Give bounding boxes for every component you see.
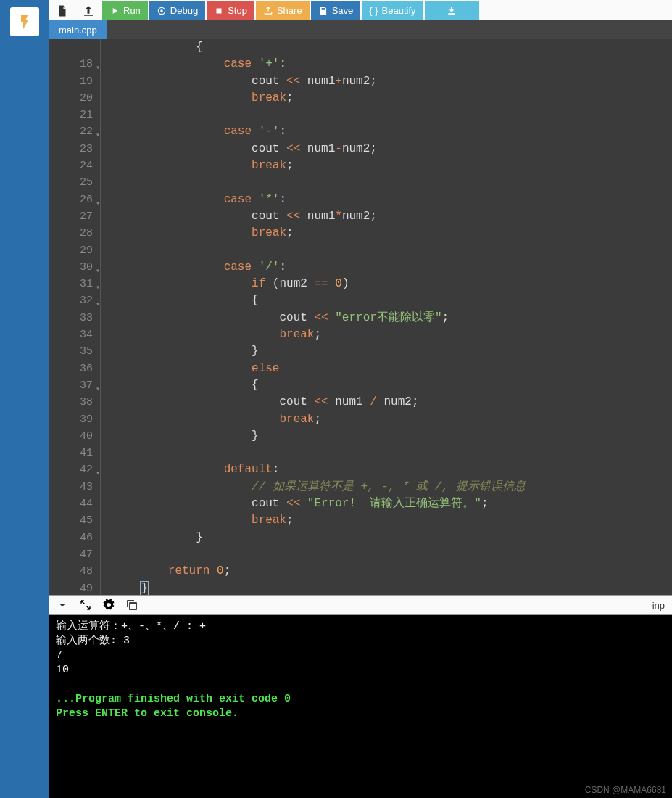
code-line[interactable]: return 0;	[112, 563, 672, 580]
line-number: 18▾	[49, 56, 93, 73]
fold-icon[interactable]: ▾	[96, 127, 100, 144]
line-number: 31▾	[49, 276, 93, 292]
run-button[interactable]: Run	[102, 1, 148, 20]
code-editor[interactable]: 18▾19202122▾23242526▾27282930▾31▾32▾3334…	[49, 39, 672, 595]
debug-label: Debug	[170, 5, 198, 16]
line-number: 19	[49, 73, 93, 90]
console-line: 10	[56, 663, 665, 678]
save-label: Save	[332, 5, 354, 16]
svg-rect-3	[130, 603, 136, 609]
console-right-label: inp	[652, 600, 665, 611]
code-line[interactable]: case '-':	[112, 123, 672, 140]
code-line[interactable]: }	[112, 580, 672, 596]
fold-icon[interactable]: ▾	[96, 296, 100, 313]
new-file-button[interactable]	[50, 1, 75, 20]
fold-icon[interactable]: ▾	[96, 279, 100, 296]
code-line[interactable]: break;	[112, 90, 672, 107]
share-label: Share	[277, 5, 302, 16]
code-area[interactable]: { case '+': cout << num1+num2; break; ca…	[101, 39, 672, 595]
code-line[interactable]	[112, 107, 672, 123]
save-button[interactable]: Save	[311, 1, 361, 20]
copy-icon[interactable]	[125, 598, 138, 612]
code-line[interactable]: case '/':	[112, 259, 672, 276]
fold-icon[interactable]: ▾	[96, 381, 100, 398]
code-line[interactable]: cout << "Error! 请输入正确运算符。";	[112, 495, 672, 512]
line-number: 36	[49, 361, 93, 377]
code-line[interactable]: {	[112, 39, 672, 56]
line-number: 43	[49, 479, 93, 495]
chevron-down-icon[interactable]	[56, 598, 69, 612]
upload-button[interactable]	[76, 1, 101, 20]
stop-label: Stop	[228, 5, 247, 16]
code-line[interactable]	[112, 242, 672, 259]
stop-button[interactable]: Stop	[207, 1, 254, 20]
code-line[interactable]: cout << num1 / num2;	[112, 394, 672, 411]
line-gutter: 18▾19202122▾23242526▾27282930▾31▾32▾3334…	[49, 39, 101, 595]
line-number: 41	[49, 445, 93, 461]
code-line[interactable]: }	[112, 428, 672, 445]
line-number: 48	[49, 563, 93, 580]
svg-rect-2	[217, 8, 222, 13]
line-number: 39	[49, 411, 93, 428]
code-line[interactable]: default:	[112, 461, 672, 478]
code-line[interactable]	[112, 546, 672, 563]
console-line	[56, 678, 665, 692]
line-number: 21	[49, 107, 93, 123]
line-number: 25	[49, 174, 93, 191]
code-line[interactable]: case '*':	[112, 192, 672, 208]
console-line: Press ENTER to exit console.	[56, 707, 665, 721]
watermark: CSDN @MAMA6681	[585, 785, 666, 795]
code-line[interactable]: }	[112, 343, 672, 360]
line-number: 23	[49, 141, 93, 157]
code-line[interactable]: cout << num1-num2;	[112, 141, 672, 157]
share-button[interactable]: Share	[256, 1, 310, 20]
fold-icon[interactable]: ▾	[96, 59, 100, 76]
code-line[interactable]: cout << num1+num2;	[112, 73, 672, 90]
line-number: 32▾	[49, 292, 93, 309]
debug-button[interactable]: Debug	[149, 1, 205, 20]
beautify-label: Beautify	[382, 5, 416, 16]
code-line[interactable]: break;	[112, 157, 672, 174]
logo-icon	[10, 7, 39, 36]
code-line[interactable]: break;	[112, 225, 672, 242]
gear-icon[interactable]	[102, 598, 115, 612]
console-line: 输入运算符：+、-、*、/ : +	[56, 620, 665, 634]
code-line[interactable]: case '+':	[112, 56, 672, 73]
code-line[interactable]: else	[112, 361, 672, 377]
line-number: 42▾	[49, 461, 93, 478]
download-button[interactable]	[425, 1, 479, 20]
fold-icon[interactable]: ▾	[96, 263, 100, 279]
line-number: 40	[49, 428, 93, 445]
line-number: 44	[49, 495, 93, 512]
tab-main-cpp[interactable]: main.cpp	[49, 20, 107, 39]
line-number: 30▾	[49, 259, 93, 276]
line-number: 46	[49, 530, 93, 546]
console-output[interactable]: 输入运算符：+、-、*、/ : +输入两个数: 3710...Program f…	[49, 615, 672, 798]
console-line: 输入两个数: 3	[56, 634, 665, 649]
code-line[interactable]: break;	[112, 411, 672, 428]
code-line[interactable]: break;	[112, 512, 672, 529]
line-number: 26▾	[49, 192, 93, 208]
code-line[interactable]: break;	[112, 326, 672, 343]
code-line[interactable]: {	[112, 377, 672, 394]
code-line[interactable]: }	[112, 530, 672, 546]
code-line[interactable]: // 如果运算符不是 +, -, * 或 /, 提示错误信息	[112, 479, 672, 495]
code-line[interactable]: if (num2 == 0)	[112, 276, 672, 292]
code-line[interactable]	[112, 445, 672, 461]
expand-icon[interactable]	[79, 598, 92, 612]
code-line[interactable]	[112, 174, 672, 191]
line-number: 24	[49, 157, 93, 174]
beautify-button[interactable]: { } Beautify	[362, 1, 423, 20]
line-number	[49, 39, 93, 56]
fold-icon[interactable]: ▾	[96, 465, 100, 482]
svg-point-1	[160, 9, 163, 12]
tab-label: main.cpp	[59, 25, 97, 36]
code-line[interactable]: cout << num1*num2;	[112, 208, 672, 225]
code-line[interactable]: {	[112, 292, 672, 309]
code-line[interactable]: cout << "error不能除以零";	[112, 310, 672, 326]
line-number: 49	[49, 580, 93, 596]
fold-icon[interactable]: ▾	[96, 195, 100, 212]
line-number: 37▾	[49, 377, 93, 394]
line-number: 27	[49, 208, 93, 225]
line-number: 45	[49, 512, 93, 529]
